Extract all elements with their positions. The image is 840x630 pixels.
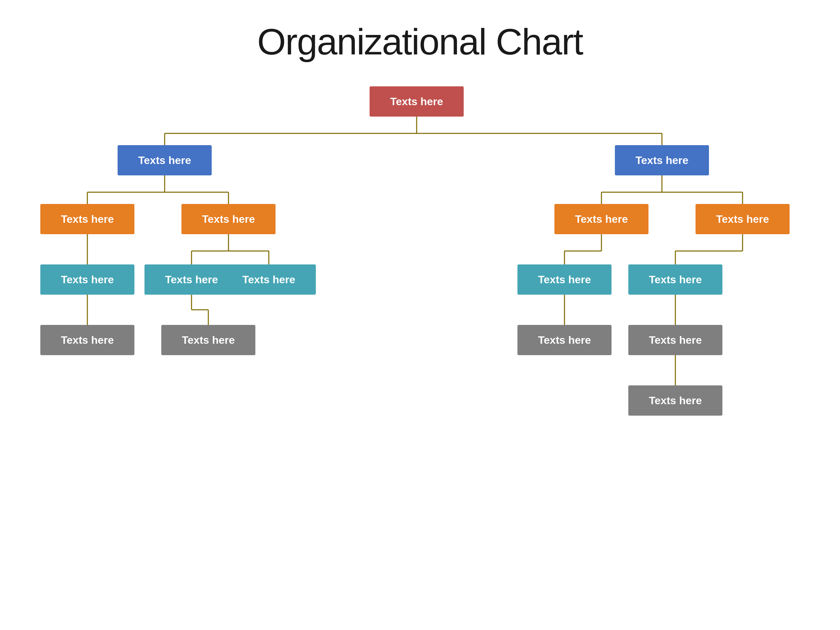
node-l3d: Texts here: [518, 264, 611, 295]
node-l1b: Texts here: [615, 145, 709, 175]
node-l2d: Texts here: [696, 204, 789, 234]
page-title: Organizational Chart: [257, 20, 583, 63]
node-l2b: Texts here: [182, 204, 276, 234]
node-l4a: Texts here: [40, 325, 134, 355]
node-l3c: Texts here: [222, 264, 316, 295]
node-l2c: Texts here: [554, 204, 649, 234]
node-l3e: Texts here: [628, 264, 722, 295]
node-l5a: Texts here: [628, 385, 722, 415]
chart-area: Texts here Texts here Texts here Texts h…: [17, 83, 823, 630]
node-l4b: Texts here: [161, 325, 255, 355]
node-l4d: Texts here: [628, 325, 722, 355]
node-l2a: Texts here: [40, 204, 134, 234]
node-l4c: Texts here: [518, 325, 611, 355]
node-root: Texts here: [369, 86, 464, 117]
node-l3a: Texts here: [40, 264, 134, 295]
node-l1a: Texts here: [118, 145, 212, 175]
